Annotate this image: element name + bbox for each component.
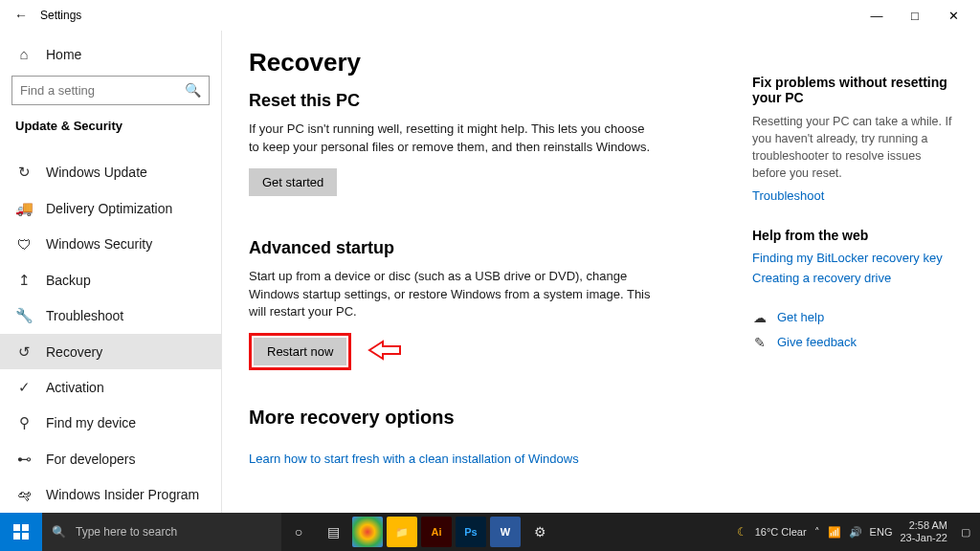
aside-recovery-drive-link[interactable]: Creating a recovery drive <box>752 271 953 285</box>
sidebar-home[interactable]: ⌂ Home <box>0 36 221 72</box>
check-icon: ✓ <box>15 379 33 396</box>
notifications-icon[interactable]: ▢ <box>961 526 970 539</box>
sidebar-item-label: Troubleshoot <box>46 308 123 323</box>
recovery-icon: ↺ <box>15 343 33 361</box>
advanced-heading: Advanced startup <box>249 238 724 258</box>
wrench-icon: 🔧 <box>15 307 33 324</box>
sidebar-item-label: Backup <box>46 273 91 288</box>
start-button[interactable] <box>0 513 42 551</box>
taskbar-app-explorer[interactable]: 📁 <box>387 517 417 547</box>
aside-web-heading: Help from the web <box>752 228 953 243</box>
taskbar-app-illustrator[interactable]: Ai <box>421 517 452 547</box>
reset-desc: If your PC isn't running well, resetting… <box>249 121 651 157</box>
get-help-label: Get help <box>777 310 824 324</box>
chat-icon: ☁ <box>752 310 768 325</box>
svg-rect-1 <box>13 524 20 531</box>
taskbar: 🔍 Type here to search ○ ▤ 📁 Ai Ps W ⚙ ☾ … <box>0 513 980 551</box>
aside-fix-desc: Resetting your PC can take a while. If y… <box>752 113 953 183</box>
breadcrumb: Update & Security <box>0 115 221 143</box>
sidebar-item-recovery[interactable]: ↺ Recovery <box>0 334 221 369</box>
give-feedback-label: Give feedback <box>777 335 857 349</box>
taskbar-tray: ☾ 16°C Clear ˄ 📶 🔊 ENG 2:58 AM 23-Jan-22… <box>727 519 980 543</box>
sidebar-item-windows-update[interactable]: ↻ Windows Update <box>0 155 221 190</box>
give-feedback-link[interactable]: ✎ Give feedback <box>752 335 953 350</box>
taskbar-search[interactable]: 🔍 Type here to search <box>42 513 281 551</box>
svg-rect-3 <box>13 533 20 540</box>
taskbar-app-chrome[interactable] <box>352 517 383 547</box>
backup-icon: ↥ <box>15 272 33 289</box>
sidebar-item-troubleshoot[interactable]: 🔧 Troubleshoot <box>0 298 221 333</box>
sound-icon[interactable]: 🔊 <box>849 526 862 539</box>
lang-indicator[interactable]: ENG <box>870 526 893 538</box>
taskbar-app-word[interactable]: W <box>490 517 521 547</box>
sidebar-item-activation[interactable]: ✓ Activation <box>0 369 221 405</box>
clock-date: 23-Jan-22 <box>900 532 947 544</box>
weather-icon: ☾ <box>737 525 747 539</box>
svg-rect-4 <box>22 533 29 540</box>
sidebar-item-backup[interactable]: ↥ Backup <box>0 262 221 298</box>
aside-fix-heading: Fix problems without resetting your PC <box>752 75 953 105</box>
search-input[interactable]: 🔍 <box>11 76 210 104</box>
svg-rect-2 <box>22 524 29 531</box>
sidebar-item-for-developers[interactable]: ⊷ For developers <box>0 441 221 476</box>
annotation-arrow-icon <box>368 338 402 366</box>
window-titlebar: ← Settings — □ ✕ <box>0 0 980 31</box>
sidebar-item-label: Windows Update <box>46 165 147 180</box>
home-icon: ⌂ <box>15 46 33 62</box>
sync-icon: ↻ <box>15 164 33 181</box>
sidebar-item-find-my-device[interactable]: ⚲ Find my device <box>0 406 221 441</box>
taskbar-app-photoshop[interactable]: Ps <box>456 517 486 547</box>
reset-heading: Reset this PC <box>249 91 724 111</box>
close-button[interactable]: ✕ <box>934 9 972 23</box>
get-help-link[interactable]: ☁ Get help <box>752 310 953 325</box>
insider-icon: 🛩 <box>15 487 33 503</box>
dev-icon: ⊷ <box>15 451 33 468</box>
svg-marker-0 <box>369 342 400 359</box>
minimize-button[interactable]: — <box>858 9 896 23</box>
aside-troubleshoot-link[interactable]: Troubleshoot <box>752 188 953 203</box>
sidebar-item-label: Find my device <box>46 415 136 430</box>
main-content: Recovery Reset this PC If your PC isn't … <box>249 48 724 513</box>
fresh-install-link[interactable]: Learn how to start fresh with a clean in… <box>249 452 579 466</box>
advanced-desc: Start up from a device or disc (such as … <box>249 268 651 322</box>
aside-panel: Fix problems without resetting your PC R… <box>752 48 953 513</box>
search-field[interactable] <box>20 83 185 98</box>
sidebar-item-label: Windows Security <box>46 236 152 252</box>
task-view-icon[interactable]: ▤ <box>316 513 350 551</box>
feedback-icon: ✎ <box>752 335 768 350</box>
taskbar-search-placeholder: Type here to search <box>76 525 177 539</box>
sidebar-home-label: Home <box>46 47 81 62</box>
taskbar-clock[interactable]: 2:58 AM 23-Jan-22 <box>900 519 953 543</box>
aside-bitlocker-link[interactable]: Finding my BitLocker recovery key <box>752 251 953 265</box>
taskbar-app-settings[interactable]: ⚙ <box>523 513 557 551</box>
sidebar-item-windows-security[interactable]: 🛡 Windows Security <box>0 227 221 262</box>
maximize-button[interactable]: □ <box>896 9 934 23</box>
search-icon: 🔍 <box>185 82 201 98</box>
sidebar-item-label: For developers <box>46 452 135 467</box>
weather-text[interactable]: 16°C Clear <box>755 526 807 538</box>
sidebar: ⌂ Home 🔍 Update & Security ↻ Windows Upd… <box>0 31 222 513</box>
restart-now-button[interactable]: Restart now <box>254 338 346 365</box>
get-started-button[interactable]: Get started <box>249 168 337 196</box>
page-title: Recovery <box>249 48 724 77</box>
sidebar-item-label: Activation <box>46 380 104 395</box>
window-title: Settings <box>40 9 81 22</box>
sidebar-item-label: Recovery <box>46 344 102 360</box>
location-icon: ⚲ <box>15 414 33 431</box>
search-icon: 🔍 <box>52 525 66 539</box>
cortana-icon[interactable]: ○ <box>281 513 316 551</box>
more-heading: More recovery options <box>249 407 724 429</box>
wifi-icon[interactable]: 📶 <box>828 526 841 539</box>
clock-time: 2:58 AM <box>900 519 947 532</box>
delivery-icon: 🚚 <box>15 200 33 217</box>
shield-icon: 🛡 <box>15 236 33 253</box>
sidebar-item-label: Delivery Optimization <box>46 201 172 216</box>
sidebar-item-delivery-optimization[interactable]: 🚚 Delivery Optimization <box>0 190 221 226</box>
restart-now-highlight: Restart now <box>249 333 351 370</box>
tray-chevron-icon[interactable]: ˄ <box>814 526 820 539</box>
sidebar-item-label: Windows Insider Program <box>46 487 199 502</box>
sidebar-item-insider[interactable]: 🛩 Windows Insider Program <box>0 477 221 513</box>
back-button[interactable]: ← <box>8 8 34 23</box>
